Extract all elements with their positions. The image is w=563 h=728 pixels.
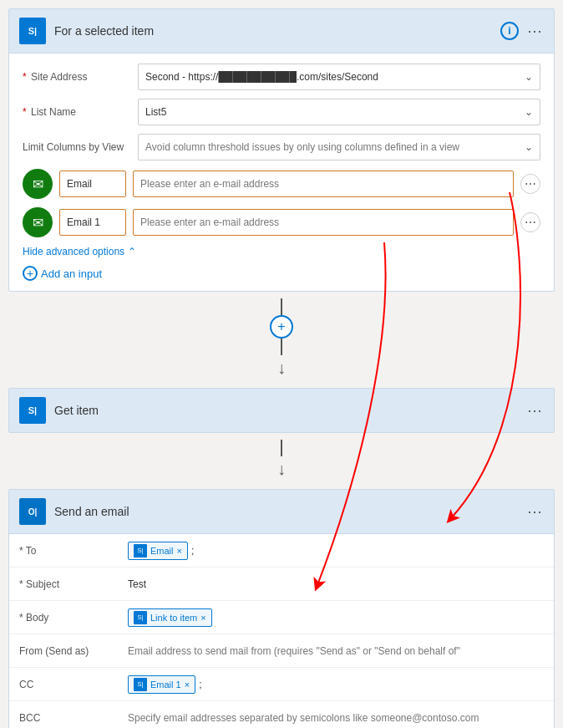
outlook-icon: O| [19, 498, 46, 525]
subject-value[interactable]: Test [128, 578, 544, 590]
bcc-value[interactable]: Specify email addresses separated by sem… [128, 712, 544, 724]
trigger-header: S| For a selected item i ⋯ [9, 9, 554, 53]
list-name-chevron: ⌄ [525, 106, 533, 118]
arrow-down-2: ↓ [277, 460, 286, 479]
email-row-1: ✉ Email Please enter an e-mail address ⋯ [23, 169, 540, 199]
cc-label: CC [19, 679, 128, 690]
list-name-label: * List Name [23, 106, 131, 118]
send-email-title: Send an email [54, 505, 129, 518]
get-item-card: S| Get item ⋯ [8, 388, 555, 433]
body-row: * Body S| Link to item × [9, 601, 554, 634]
get-item-more-button[interactable]: ⋯ [527, 401, 544, 420]
to-row: * To S| Email × ; [9, 534, 554, 568]
trigger-more-button[interactable]: ⋯ [527, 22, 544, 40]
send-email-card: O| Send an email ⋯ * To S| Email × ; [8, 489, 555, 728]
to-semicolon: ; [191, 545, 194, 557]
trigger-card: S| For a selected item i ⋯ * Site Addres… [8, 8, 555, 292]
cc-chip-icon: S| [134, 678, 147, 691]
chevron-up-icon: ⌃ [128, 246, 136, 257]
email-input-2[interactable]: Please enter an e-mail address [133, 209, 514, 236]
site-address-label: * Site Address [23, 71, 131, 83]
limit-columns-select[interactable]: Avoid column threshold issues by only us… [138, 134, 540, 160]
cc-semicolon: ; [199, 679, 201, 690]
from-value[interactable]: Email address to send mail from (require… [128, 645, 544, 657]
from-row: From (Send as) Email address to send mai… [9, 634, 554, 668]
email-more-2[interactable]: ⋯ [520, 212, 540, 232]
bcc-placeholder: Specify email addresses separated by sem… [128, 712, 479, 724]
subject-row: * Subject Test [9, 568, 554, 601]
trigger-body: * Site Address Second - https://████████… [9, 53, 554, 291]
cc-chip[interactable]: S| Email 1 × [128, 675, 195, 694]
body-chip-remove[interactable]: × [200, 613, 205, 623]
subject-label: * Subject [19, 578, 128, 590]
to-value: S| Email × ; [128, 542, 544, 560]
limit-columns-row: Limit Columns by View Avoid column thres… [23, 134, 540, 160]
list-name-value: List5 [145, 106, 166, 118]
body-chip[interactable]: S| Link to item × [128, 608, 212, 627]
email-tag-1[interactable]: Email [59, 171, 126, 197]
limit-columns-chevron: ⌄ [525, 141, 533, 153]
trigger-header-left: S| For a selected item [19, 18, 154, 44]
email-input-1[interactable]: Please enter an e-mail address [133, 171, 514, 197]
connector-1: + ↓ [8, 292, 555, 388]
email-row-2: ✉ Email 1 Please enter an e-mail address… [23, 207, 540, 237]
plus-icon: + [23, 266, 38, 281]
sharepoint-icon: S| [19, 18, 46, 44]
hide-advanced-link[interactable]: Hide advanced options ⌃ [23, 246, 540, 257]
cc-value: S| Email 1 × ; [128, 675, 544, 694]
to-label: * To [19, 545, 128, 557]
connector-2: ↓ [8, 433, 555, 489]
email-more-1[interactable]: ⋯ [520, 174, 540, 194]
connector-line-3 [281, 440, 282, 456]
site-address-row: * Site Address Second - https://████████… [23, 64, 540, 90]
body-value: S| Link to item × [128, 608, 544, 627]
trigger-title: For a selected item [54, 24, 154, 38]
site-address-value: Second - https://███████████.com/sites/S… [145, 71, 378, 83]
email-icon-2: ✉ [23, 207, 53, 237]
subject-text: Test [128, 578, 146, 590]
from-placeholder: Email address to send mail from (require… [128, 645, 460, 657]
send-email-body: * To S| Email × ; * Subject Test [9, 534, 554, 728]
body-chip-icon: S| [134, 611, 147, 624]
arrow-down-1: ↓ [277, 359, 286, 378]
cc-chip-remove[interactable]: × [185, 680, 190, 690]
cc-row: CC S| Email 1 × ; [9, 668, 554, 701]
to-chip[interactable]: S| Email × [128, 542, 188, 560]
send-email-more-button[interactable]: ⋯ [527, 502, 544, 521]
send-email-header-left: O| Send an email [19, 498, 129, 525]
limit-columns-label: Limit Columns by View [23, 141, 131, 153]
bcc-label: BCC [19, 712, 128, 724]
limit-columns-placeholder: Avoid column threshold issues by only us… [145, 141, 459, 153]
list-name-row: * List Name List5 ⌄ [23, 99, 540, 125]
connector-plus-button-1[interactable]: + [270, 315, 293, 339]
add-input-button[interactable]: + Add an input [23, 266, 540, 281]
get-item-header-left: S| Get item [19, 397, 99, 424]
trigger-header-right: i ⋯ [500, 22, 544, 40]
sharepoint-icon-2: S| [19, 397, 46, 424]
email-icon-1: ✉ [23, 169, 53, 199]
from-label: From (Send as) [19, 645, 128, 657]
bcc-row: BCC Specify email addresses separated by… [9, 701, 554, 728]
info-button[interactable]: i [500, 22, 519, 40]
connector-line-2 [281, 339, 282, 355]
list-name-select[interactable]: List5 ⌄ [138, 99, 540, 125]
to-chip-icon: S| [134, 544, 147, 557]
site-address-chevron: ⌄ [525, 71, 533, 83]
connector-line-1 [281, 298, 282, 315]
get-item-title: Get item [54, 404, 99, 417]
site-address-select[interactable]: Second - https://███████████.com/sites/S… [138, 64, 540, 90]
to-chip-remove[interactable]: × [177, 546, 182, 556]
send-email-header: O| Send an email ⋯ [9, 490, 554, 534]
email-tag-2[interactable]: Email 1 [59, 209, 126, 236]
body-label: * Body [19, 612, 128, 624]
